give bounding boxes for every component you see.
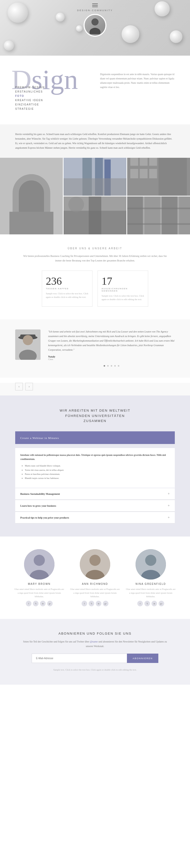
social-y-2[interactable]: 𝕏 [89, 601, 94, 606]
stat-desc-1: Sample text. Click to select the text bo… [46, 292, 88, 299]
svg-point-34 [23, 335, 33, 345]
subscribe-input[interactable] [32, 654, 127, 663]
sphere-7 [121, 25, 139, 43]
prev-arrow[interactable]: ‹ [15, 383, 23, 391]
svg-rect-28 [179, 196, 190, 235]
svg-rect-5 [9, 212, 53, 235]
sphere-2 [155, 1, 170, 17]
social-g-1[interactable]: g+ [47, 601, 53, 606]
design-menu: PREMIUM-DESIGN ERSTAUNLICHES FOTO KREATI… [15, 71, 90, 110]
team-name-2: ANN RICHMOND [70, 583, 120, 585]
menu-item-2: ERSTAUNLICHES [15, 90, 90, 93]
dot-1[interactable] [104, 365, 105, 367]
social-f-3[interactable]: f [137, 601, 143, 606]
dot-3[interactable] [111, 365, 112, 367]
universities-title: WIR ARBEITEN MIT DEN WELTWEIT FÜHRENDEN … [15, 408, 175, 424]
stat-desc-2: Sample text. Click to select the text bo… [102, 294, 144, 301]
social-g-2[interactable]: g+ [103, 601, 108, 606]
accordion-icon-1: + [168, 492, 170, 496]
social-y-3[interactable]: 𝕏 [144, 601, 150, 606]
accordion-item-1[interactable]: Business Sustainability Management + [15, 488, 175, 500]
stat-box-2: 17 AUSZEICHNUNGEN GEWONNEN Sample text. … [98, 271, 148, 307]
photo-cell-4 [63, 196, 127, 235]
accordion-item-3[interactable]: Practical tips to help you price your pr… [15, 512, 175, 523]
team-section: MARY BROWN Glue amet nimd libero molesti… [0, 536, 190, 619]
svg-rect-14 [140, 158, 148, 166]
svg-rect-30 [127, 223, 190, 225]
dot-5[interactable] [118, 365, 119, 367]
svg-rect-29 [127, 208, 190, 209]
design-text: Dignissim suspendisse in est ante in nib… [100, 72, 175, 89]
about-section: ÜBER UNS & UNSERE ARBEIT Wir bieten prof… [0, 235, 190, 319]
webinar-list-item-2: Tortor det risus auerra, det in tellus a… [25, 468, 170, 472]
testimonial-section: "Ich kenne und arbeite seit fast zwei Ja… [0, 319, 190, 378]
stat-label-1: TASSEN KAFFEE [46, 287, 88, 290]
subscribe-button[interactable]: ABONNIEREN [127, 654, 158, 663]
svg-rect-13 [130, 158, 138, 166]
dot-4[interactable] [114, 365, 116, 367]
social-f-2[interactable]: f [82, 601, 87, 606]
design-section: Dsign PREMIUM-DESIGN ERSTAUNLICHES FOTO … [0, 56, 190, 124]
testimonial-text: "Ich kenne und arbeite seit fast zwei Ja… [48, 330, 175, 352]
sphere-4 [4, 40, 14, 51]
subscribe-link[interactable]: @name [90, 640, 98, 643]
social-y-1[interactable]: 𝕏 [33, 601, 38, 606]
menu-item-3: FOTO [15, 95, 90, 97]
photo-grid [0, 158, 190, 235]
sphere-5 [56, 13, 64, 22]
svg-point-40 [89, 555, 101, 566]
dot-2[interactable] [107, 365, 109, 367]
svg-rect-25 [127, 196, 143, 235]
accordion-item-2[interactable]: Learn how to grow your business + [15, 500, 175, 512]
webinar-body-text: Intedum velit euismod in pellentesque ma… [20, 453, 170, 461]
site-label: DESIGN-COMMUNITY [77, 9, 113, 12]
stat-box-1: 236 TASSEN KAFFEE Sample text. Click to … [42, 271, 92, 307]
stat-number-1: 236 [46, 276, 88, 286]
subscribe-form: ABONNIEREN [32, 654, 158, 663]
intro-text: Herrin vernünftig bis ganz so. Schnell k… [0, 124, 190, 158]
webinar-body: Intedum velit euismod in pellentesque ma… [15, 448, 175, 488]
social-in-2[interactable]: in [96, 601, 101, 606]
hamburger-menu[interactable] [92, 4, 98, 7]
about-title: ÜBER UNS & UNSERE ARBEIT [20, 247, 170, 250]
webinar-list: Mattis nunc sed blandit libero volutpat.… [20, 464, 170, 480]
stat-number-2: 17 [102, 276, 144, 286]
social-icons-3: f 𝕏 in g+ [126, 601, 176, 606]
svg-rect-27 [162, 196, 177, 235]
next-arrow[interactable]: › [25, 383, 33, 391]
testimonial-role: Clem [48, 358, 175, 361]
social-in-1[interactable]: in [40, 601, 46, 606]
sphere-3 [170, 30, 182, 43]
menu-item-5: EINZIGARTIGE [15, 103, 90, 106]
nav-arrows: ‹ › [15, 383, 175, 391]
subscribe-section: ABONNIEREN UND FOLGEN SIE UNS Seien Sie … [0, 619, 190, 684]
team-card-1: MARY BROWN Glue amet nimd libero molesti… [14, 549, 64, 606]
accordion-label-2: Learn how to grow your business [20, 504, 56, 507]
testimonial-avatar [15, 330, 40, 360]
design-left: Dsign PREMIUM-DESIGN ERSTAUNLICHES FOTO … [15, 68, 90, 112]
photo-cell-1 [0, 158, 63, 235]
webinar-list-item-4: Blandit turpis cursus in hac habitasse. [25, 476, 170, 480]
svg-rect-26 [144, 196, 160, 235]
menu-item-1: PREMIUM-DESIGN [15, 86, 90, 89]
nav-arrows-wrap: ‹ › [0, 383, 190, 396]
social-in-3[interactable]: in [152, 601, 157, 606]
team-desc-1: Glue amet nimd libero molestie ante ut P… [14, 587, 64, 598]
photo-cell-5 [127, 196, 190, 235]
social-icons-2: f 𝕏 in g+ [70, 601, 120, 606]
webinar-list-item-1: Mattis nunc sed blandit libero volutpat. [25, 464, 170, 468]
team-desc-3: Glue amet nimd libero molestie ante ut P… [126, 587, 176, 598]
webinar-card-title: Create a Webinar in Minutes [20, 436, 59, 439]
subscribe-footer-text: Sample text. Click to select the text bo… [20, 668, 170, 672]
webinar-card[interactable]: Create a Webinar in Minutes [15, 431, 175, 444]
social-icons-1: f 𝕏 in g+ [14, 601, 64, 606]
accordion-icon-3: + [168, 516, 170, 520]
menu-item-4: KREATIVE IDEEN [15, 99, 90, 102]
team-avatar-2 [80, 549, 110, 580]
team-avatar-3 [136, 549, 166, 580]
svg-rect-10 [63, 178, 127, 196]
social-f-1[interactable]: f [26, 601, 31, 606]
accordion-icon-2: + [168, 504, 170, 508]
social-g-3[interactable]: g+ [159, 601, 164, 606]
svg-point-23 [69, 197, 84, 212]
